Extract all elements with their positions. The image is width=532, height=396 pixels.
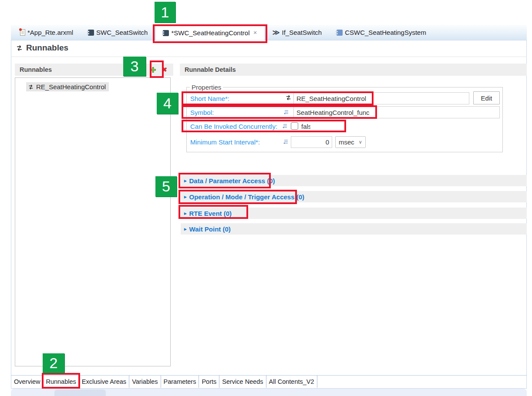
- concurrent-value: fals: [301, 123, 310, 130]
- concurrent-label: Can Be Invoked Concurrently:: [190, 123, 277, 130]
- tab-swc-seatswitch[interactable]: SWC_SeatSwitch: [81, 25, 155, 40]
- runnable-details-header: Runnable Details: [180, 64, 527, 76]
- symbol-label: Symbol:: [190, 109, 214, 116]
- disclosure-icon: ▸: [184, 194, 187, 200]
- bottom-strip: [11, 389, 527, 396]
- runnable-icon: [16, 44, 23, 52]
- edit-button[interactable]: Edit: [473, 91, 500, 104]
- page-title: Runnables: [16, 43, 68, 53]
- attribute-icon: [283, 139, 289, 144]
- section-label: Wait Point (0): [189, 225, 231, 233]
- annotation-step-1: 1: [155, 2, 175, 23]
- unit-value: msec: [339, 138, 354, 146]
- concurrent-row: Can Be Invoked Concurrently:: [190, 121, 277, 132]
- composition-icon: [337, 30, 343, 36]
- bottom-tabbar: Overview Runnables Exclusive Areas Varia…: [11, 376, 317, 388]
- runnables-panel-title: Runnables: [20, 66, 52, 73]
- component-icon: [163, 30, 169, 36]
- symbol-value: SeatHeatingControl_func: [296, 109, 370, 116]
- tab-label: SWC_SeatSwitch: [96, 29, 148, 36]
- section-label: RTE Event (0): [189, 210, 232, 217]
- short-name-input[interactable]: RE_SeatHeatingControl: [293, 92, 469, 104]
- short-name-row: Short Name*:: [190, 92, 229, 104]
- tree-item-re-seatheatingcontrol[interactable]: RE_SeatHeatingControl: [26, 82, 109, 91]
- component-icon: [88, 30, 94, 36]
- section-wait-point[interactable]: ▸ Wait Point (0): [181, 223, 527, 235]
- tab-app-rte-arxml[interactable]: *App_Rte.arxml: [13, 25, 81, 40]
- tab-if-seatswitch[interactable]: ≫ If_SeatSwitch: [265, 25, 329, 40]
- runnable-icon: [28, 84, 34, 90]
- properties-legend: Properties: [190, 84, 223, 91]
- short-name-label: Short Name*:: [190, 95, 229, 102]
- close-icon[interactable]: ✕: [253, 30, 257, 35]
- tab-swc-seatheatingcontrol[interactable]: *SWC_SeatHeatingControl ✕: [155, 25, 265, 40]
- concurrent-checkbox[interactable]: [291, 122, 298, 130]
- bottom-tab-service-needs[interactable]: Service Needs: [219, 376, 266, 388]
- divider: [11, 57, 527, 57]
- tree-item-label: RE_SeatHeatingControl: [36, 83, 106, 91]
- attribute-icon: [283, 109, 289, 115]
- min-start-interval-unit-select[interactable]: msec ∨: [335, 136, 366, 148]
- min-start-interval-label: Minimum Start Interval*:: [190, 138, 260, 146]
- tab-label: *SWC_SeatHeatingControl: [171, 29, 249, 37]
- min-start-interval-input[interactable]: 0: [291, 136, 332, 148]
- chevron-down-icon: ∨: [359, 139, 362, 145]
- bottom-tab-all-contents-v2[interactable]: All Contents_V2: [266, 376, 317, 388]
- file-icon: [20, 29, 25, 36]
- section-operation-mode-trigger-access[interactable]: ▸ Operation / Mode / Trigger Access (0): [181, 191, 527, 202]
- runnable-icon: [285, 94, 292, 101]
- add-runnable-button[interactable]: [149, 66, 157, 74]
- section-data-parameter-access[interactable]: ▸ Data / Parameter Access (0): [181, 175, 527, 186]
- delete-runnable-button[interactable]: ✖: [160, 66, 169, 74]
- app-window: *App_Rte.arxml SWC_SeatSwitch *SWC_SeatH…: [0, 0, 532, 396]
- page-title-text: Runnables: [26, 43, 68, 53]
- tab-cswc-seatheatingsystem[interactable]: CSWC_SeatHeatingSystem: [329, 25, 434, 40]
- attribute-icon: [282, 123, 288, 129]
- section-label: Operation / Mode / Trigger Access (0): [189, 193, 305, 201]
- tab-label: CSWC_SeatHeatingSystem: [345, 29, 426, 36]
- bottom-tab-parameters[interactable]: Parameters: [161, 376, 199, 388]
- symbol-input[interactable]: SeatHeatingControl_func: [293, 106, 500, 118]
- runnables-panel-header: Runnables ✖: [15, 64, 173, 76]
- min-start-interval-row: Minimum Start Interval*:: [190, 136, 260, 148]
- tab-label: If_SeatSwitch: [282, 29, 322, 36]
- disclosure-icon: ▸: [184, 211, 187, 216]
- editor-tabbar: *App_Rte.arxml SWC_SeatSwitch *SWC_SeatH…: [11, 25, 527, 40]
- short-name-value: RE_SeatHeatingControl: [296, 95, 366, 102]
- section-rte-event[interactable]: ▸ RTE Event (0): [181, 208, 527, 219]
- symbol-row: Symbol:: [190, 106, 214, 118]
- runnables-tree: RE_SeatHeatingControl: [15, 77, 171, 366]
- disclosure-icon: ▸: [184, 178, 187, 184]
- bottom-strip-tab: [54, 389, 106, 396]
- section-label: Data / Parameter Access (0): [189, 177, 275, 185]
- runnable-details-title: Runnable Details: [185, 66, 236, 73]
- min-start-interval-value: 0: [326, 138, 329, 146]
- bottom-tab-exclusive-areas[interactable]: Exclusive Areas: [79, 376, 129, 388]
- interface-icon: ≫: [273, 29, 280, 36]
- bottom-tab-overview[interactable]: Overview: [11, 376, 43, 388]
- bottom-tab-variables[interactable]: Variables: [129, 376, 161, 388]
- tab-label: *App_Rte.arxml: [27, 29, 73, 36]
- disclosure-icon: ▸: [184, 226, 187, 232]
- bottom-tab-ports[interactable]: Ports: [199, 376, 219, 388]
- bottom-tab-runnables[interactable]: Runnables: [43, 376, 79, 388]
